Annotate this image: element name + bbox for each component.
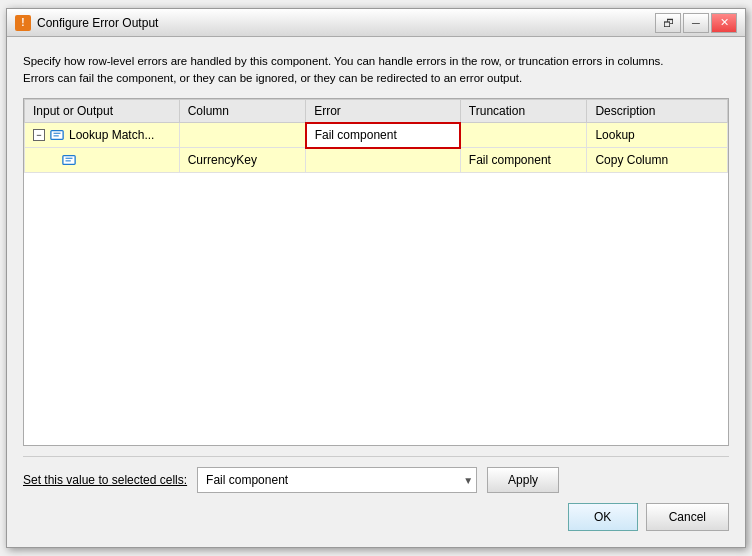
cell-truncation-child[interactable]: Fail component xyxy=(460,148,587,173)
cell-truncation-parent[interactable] xyxy=(460,123,587,148)
set-value-row: Set this value to selected cells: Fail c… xyxy=(23,467,729,493)
dropdown-container: Fail component Ignore failure Redirect r… xyxy=(197,467,477,493)
svg-rect-3 xyxy=(63,156,75,165)
description-line1: Specify how row-level errors are handled… xyxy=(23,55,664,67)
row-icon-parent xyxy=(49,127,65,143)
bottom-area: Set this value to selected cells: Fail c… xyxy=(23,456,729,531)
apply-button[interactable]: Apply xyxy=(487,467,559,493)
row-icon-child xyxy=(61,152,77,168)
cell-description-parent[interactable]: Lookup xyxy=(587,123,728,148)
cell-input-output-parent[interactable]: − Lookup Match... xyxy=(25,123,180,148)
col-header-column: Column xyxy=(179,99,306,123)
table-row[interactable]: − Lookup Match... xyxy=(25,123,728,148)
error-output-table: Input or Output Column Error Truncation … xyxy=(24,99,728,174)
table-header-row: Input or Output Column Error Truncation … xyxy=(25,99,728,123)
dialog-body: Specify how row-level errors are handled… xyxy=(7,37,745,547)
input-output-label-parent: Lookup Match... xyxy=(69,128,154,142)
cell-description-child[interactable]: Copy Column xyxy=(587,148,728,173)
title-bar: ! Configure Error Output 🗗 ─ ✕ xyxy=(7,9,745,37)
cancel-button[interactable]: Cancel xyxy=(646,503,729,531)
cell-input-output-child[interactable] xyxy=(25,148,180,173)
ok-cancel-row: OK Cancel xyxy=(23,503,729,531)
cell-column-child[interactable]: CurrencyKey xyxy=(179,148,306,173)
ok-button[interactable]: OK xyxy=(568,503,638,531)
expand-icon[interactable]: − xyxy=(33,129,45,141)
set-value-label: Set this value to selected cells: xyxy=(23,473,187,487)
col-header-input-output: Input or Output xyxy=(25,99,180,123)
dialog-icon: ! xyxy=(15,15,31,31)
col-header-error: Error xyxy=(306,99,461,123)
restore-button[interactable]: 🗗 xyxy=(655,13,681,33)
cell-error-parent[interactable]: Fail component xyxy=(306,123,461,148)
description-line2: Errors can fail the component, or they c… xyxy=(23,72,522,84)
cell-column-parent[interactable] xyxy=(179,123,306,148)
description: Specify how row-level errors are handled… xyxy=(23,53,729,88)
cell-error-child[interactable] xyxy=(306,148,461,173)
minimize-button[interactable]: ─ xyxy=(683,13,709,33)
table-row[interactable]: CurrencyKey Fail component Copy Column xyxy=(25,148,728,173)
col-header-description: Description xyxy=(587,99,728,123)
dialog-title: Configure Error Output xyxy=(37,16,655,30)
configure-error-output-dialog: ! Configure Error Output 🗗 ─ ✕ Specify h… xyxy=(6,8,746,548)
close-button[interactable]: ✕ xyxy=(711,13,737,33)
error-output-table-container: Input or Output Column Error Truncation … xyxy=(23,98,729,447)
svg-rect-0 xyxy=(51,131,63,140)
col-header-truncation: Truncation xyxy=(460,99,587,123)
error-value-dropdown[interactable]: Fail component Ignore failure Redirect r… xyxy=(197,467,477,493)
title-bar-controls: 🗗 ─ ✕ xyxy=(655,13,737,33)
